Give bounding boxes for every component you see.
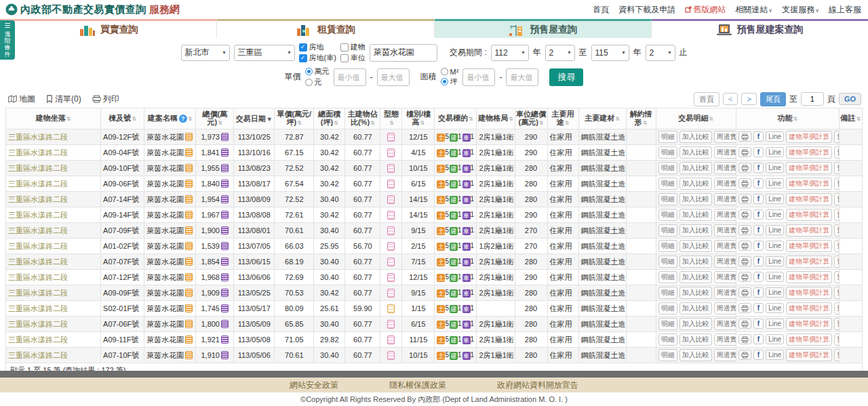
row-print-button[interactable]	[738, 334, 751, 344]
detail-button[interactable]: 明細	[658, 193, 677, 205]
unit-price-calc-button[interactable]: 建物單價計算	[786, 256, 832, 268]
row-print-button[interactable]	[738, 131, 751, 142]
unit-price-calc-button[interactable]: 建物單價計算	[786, 318, 832, 330]
location-link[interactable]: 三重區水漾路二段	[8, 304, 68, 312]
sort-icon[interactable]: ⇅	[188, 116, 193, 122]
presale-registration-button[interactable]: 預售備查	[834, 162, 839, 174]
col-detail[interactable]: 交易明細⇅	[656, 108, 736, 129]
detail-button[interactable]: 明細	[658, 349, 677, 361]
facebook-share-button[interactable]: f	[753, 194, 764, 204]
add-compare-button[interactable]: 加入比較	[679, 193, 712, 205]
project-info-icon[interactable]	[185, 211, 193, 219]
col-type[interactable]: 型態⇅	[380, 108, 402, 129]
advanced-conditions-button[interactable]: ☰ 進階條件	[0, 20, 15, 60]
footer-link-security[interactable]: 網站安全政策	[290, 380, 338, 391]
line-share-button[interactable]: Line	[766, 131, 784, 142]
facebook-share-button[interactable]: f	[753, 178, 764, 188]
col-parking-price[interactable]: 車位總價(萬元)⇅	[515, 108, 547, 129]
add-compare-button[interactable]: 加入比較	[679, 287, 712, 299]
checkbox-land[interactable]	[299, 43, 307, 52]
presale-registration-button[interactable]: 預售備查	[834, 240, 839, 252]
area-max-input[interactable]	[506, 68, 538, 86]
line-share-button[interactable]: Line	[766, 334, 784, 344]
add-compare-button[interactable]: 加入比較	[679, 224, 712, 237]
project-info-icon[interactable]	[185, 148, 193, 157]
location-link[interactable]: 三重區水漾路二段	[8, 320, 68, 328]
sort-icon[interactable]: ⇅	[420, 120, 425, 126]
tab-presale-query[interactable]: 預售屋查詢	[435, 19, 652, 38]
help-icon[interactable]: ?	[179, 115, 187, 123]
nav-related-links[interactable]: 相關連結∨	[735, 4, 772, 16]
add-compare-button[interactable]: 加入比較	[679, 256, 712, 268]
sort-icon[interactable]: ⇅	[509, 116, 513, 122]
price-detail-icon[interactable]	[221, 289, 229, 297]
detail-button[interactable]: 明細	[658, 162, 677, 174]
location-link[interactable]: 三重區水漾路二段	[8, 133, 68, 141]
price-detail-icon[interactable]	[221, 320, 229, 328]
nearby-prices-button[interactable]: 周邊實價(基地)	[714, 193, 736, 205]
sort-icon[interactable]: ⇅	[856, 116, 861, 122]
keyword-input[interactable]	[370, 44, 437, 62]
nearby-prices-button[interactable]: 周邊實價(基地)	[714, 349, 736, 361]
row-print-button[interactable]	[738, 303, 751, 313]
month-to-select[interactable]: 2▾	[646, 45, 675, 61]
col-floor[interactable]: 樓別/樓高⇅	[402, 108, 435, 129]
sort-icon[interactable]: ⇅	[793, 116, 797, 122]
line-share-button[interactable]: Line	[766, 319, 784, 329]
col-layout[interactable]: 建物格局⇅	[477, 108, 515, 129]
add-compare-button[interactable]: 加入比較	[679, 271, 712, 283]
footer-link-privacy[interactable]: 隱私權保護政策	[389, 380, 446, 391]
presale-registration-button[interactable]: 預售備查	[834, 302, 839, 314]
sort-icon[interactable]: ⇅	[469, 116, 473, 122]
row-print-button[interactable]	[738, 194, 751, 204]
facebook-share-button[interactable]: f	[753, 147, 764, 157]
unit-price-calc-button[interactable]: 建物單價計算	[786, 131, 832, 143]
nearby-prices-button[interactable]: 周邊實價(基地)	[714, 302, 736, 314]
checkbox-parking[interactable]	[340, 54, 349, 62]
price-detail-icon[interactable]	[221, 180, 229, 188]
col-cancellation[interactable]: 解約情形⇅	[626, 108, 656, 129]
row-print-button[interactable]	[738, 147, 751, 157]
detail-button[interactable]: 明細	[658, 240, 677, 252]
price-detail-icon[interactable]	[221, 336, 229, 344]
nearby-prices-button[interactable]: 周邊實價(基地)	[714, 224, 736, 237]
unit-price-calc-button[interactable]: 建物單價計算	[786, 209, 832, 221]
location-link[interactable]: 三重區水漾路二段	[8, 211, 68, 219]
line-share-button[interactable]: Line	[766, 163, 784, 173]
add-compare-button[interactable]: 加入比較	[679, 146, 712, 159]
detail-button[interactable]: 明細	[658, 224, 677, 237]
footer-link-open-data[interactable]: 政府網站資料開放宣告	[497, 380, 578, 391]
nearby-prices-button[interactable]: 周邊實價(基地)	[714, 240, 736, 252]
presale-registration-button[interactable]: 預售備查	[834, 333, 839, 346]
project-info-icon[interactable]	[185, 351, 193, 359]
nav-support[interactable]: 支援服務∨	[782, 4, 819, 16]
detail-button[interactable]: 明細	[658, 333, 677, 346]
sort-icon[interactable]: ⇅	[565, 120, 570, 126]
detail-button[interactable]: 明細	[658, 131, 677, 143]
row-print-button[interactable]	[738, 350, 751, 360]
col-functions[interactable]: 功能⇅	[736, 108, 839, 129]
price-detail-icon[interactable]	[221, 195, 229, 203]
line-share-button[interactable]: Line	[766, 147, 784, 157]
add-compare-button[interactable]: 加入比較	[679, 209, 712, 221]
price-detail-icon[interactable]	[221, 351, 229, 359]
detail-button[interactable]: 明細	[658, 209, 677, 221]
line-share-button[interactable]: Line	[766, 241, 784, 251]
presale-registration-button[interactable]: 預售備查	[834, 318, 839, 330]
location-link[interactable]: 三重區水漾路二段	[8, 351, 68, 359]
line-share-button[interactable]: Line	[766, 350, 784, 360]
col-usage[interactable]: 主要用途⇅	[547, 108, 578, 129]
row-print-button[interactable]	[738, 287, 751, 298]
detail-button[interactable]: 明細	[658, 146, 677, 159]
nearby-prices-button[interactable]: 周邊實價(基地)	[714, 178, 736, 190]
project-info-icon[interactable]	[185, 226, 193, 235]
sort-icon[interactable]: ⇅	[66, 116, 71, 122]
radio-m2[interactable]	[441, 68, 448, 75]
presale-registration-button[interactable]: 預售備查	[834, 146, 839, 159]
line-share-button[interactable]: Line	[766, 225, 784, 235]
location-link[interactable]: 三重區水漾路二段	[8, 180, 68, 188]
add-compare-button[interactable]: 加入比較	[679, 162, 712, 174]
line-share-button[interactable]: Line	[766, 287, 784, 298]
project-info-icon[interactable]	[185, 336, 193, 344]
nearby-prices-button[interactable]: 周邊實價(基地)	[714, 287, 736, 299]
